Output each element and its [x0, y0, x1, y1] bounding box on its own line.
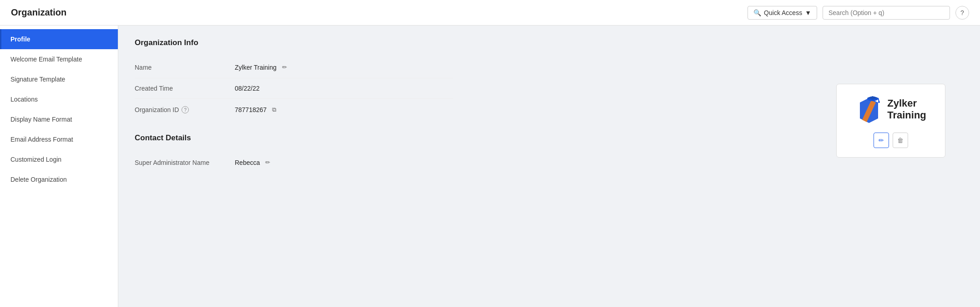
field-value-created-time: 08/22/22 [235, 85, 260, 92]
sidebar-item-label: Email Address Format [10, 136, 73, 143]
org-id-value: 787718267 [235, 106, 267, 113]
org-info-title: Organization Info [135, 38, 964, 47]
main-layout: Profile Welcome Email Template Signature… [0, 26, 980, 307]
chevron-down-icon: ▼ [805, 9, 811, 16]
sidebar-item-signature-template[interactable]: Signature Template [0, 69, 118, 89]
table-row: Organization ID ? 787718267 ⧉ [135, 99, 453, 121]
field-value-name: Zylker Training ✏ [235, 63, 289, 72]
logo-display: Zylker Training [855, 93, 926, 125]
header-right: 🔍 Quick Access ▼ ? [748, 6, 969, 20]
sidebar-item-locations[interactable]: Locations [0, 89, 118, 109]
app-container: Organization 🔍 Quick Access ▼ ? Profile … [0, 0, 980, 307]
sidebar-item-label: Delete Organization [10, 176, 67, 183]
sidebar-item-label: Display Name Format [10, 116, 72, 123]
content-wrapper: Organization Info Name Zylker Training ✏ [135, 38, 964, 173]
super-admin-value: Rebecca [235, 159, 260, 166]
field-label-created-time: Created Time [135, 85, 235, 92]
edit-super-admin-button[interactable]: ✏ [263, 158, 272, 167]
help-icon: ? [960, 9, 964, 16]
help-button[interactable]: ? [955, 6, 969, 20]
field-label-name: Name [135, 64, 235, 71]
logo-card: Zylker Training ✏ 🗑 [836, 84, 945, 158]
logo-actions: ✏ 🗑 [874, 133, 908, 148]
field-value-org-id: 787718267 ⧉ [235, 105, 278, 114]
sidebar-item-email-address-format[interactable]: Email Address Format [0, 129, 118, 149]
field-label-org-id: Organization ID ? [135, 106, 235, 113]
sidebar-item-label: Customized Login [10, 156, 61, 163]
sidebar-item-label: Locations [10, 96, 38, 103]
sidebar-item-display-name-format[interactable]: Display Name Format [0, 109, 118, 129]
header: Organization 🔍 Quick Access ▼ ? [0, 0, 980, 26]
contact-info-table: Super Administrator Name Rebecca ✏ [135, 152, 453, 173]
quick-access-label: Quick Access [764, 9, 802, 16]
logo-name-line1: Zylker [887, 97, 926, 109]
sidebar-item-customized-login[interactable]: Customized Login [0, 149, 118, 169]
search-input[interactable] [828, 9, 944, 16]
sidebar-item-welcome-email-template[interactable]: Welcome Email Template [0, 49, 118, 69]
name-value: Zylker Training [235, 64, 277, 71]
sidebar: Profile Welcome Email Template Signature… [0, 26, 118, 307]
edit-logo-button[interactable]: ✏ [874, 133, 889, 148]
field-label-super-admin: Super Administrator Name [135, 159, 235, 166]
svg-point-6 [878, 101, 880, 103]
page-title: Organization [11, 7, 66, 18]
sidebar-item-label: Welcome Email Template [10, 56, 82, 63]
created-time-value: 08/22/22 [235, 85, 260, 92]
trash-icon: 🗑 [897, 137, 904, 144]
svg-line-5 [878, 98, 879, 102]
logo-org-name: Zylker Training [887, 97, 926, 122]
sidebar-item-delete-organization[interactable]: Delete Organization [0, 169, 118, 189]
copy-org-id-button[interactable]: ⧉ [270, 105, 278, 114]
table-row: Name Zylker Training ✏ [135, 56, 453, 78]
table-row: Super Administrator Name Rebecca ✏ [135, 152, 453, 173]
sidebar-item-label: Profile [10, 36, 30, 43]
edit-icon: ✏ [879, 137, 884, 144]
edit-name-button[interactable]: ✏ [280, 63, 289, 72]
logo-name-line2: Training [887, 109, 926, 121]
search-icon: 🔍 [753, 9, 761, 16]
org-info-table: Name Zylker Training ✏ Created Time [135, 56, 453, 121]
sidebar-item-label: Signature Template [10, 76, 65, 83]
content-area: Organization Info Name Zylker Training ✏ [118, 26, 980, 307]
org-id-help-icon[interactable]: ? [182, 106, 189, 113]
sidebar-item-profile[interactable]: Profile [0, 29, 118, 49]
field-value-super-admin: Rebecca ✏ [235, 158, 272, 167]
quick-access-button[interactable]: 🔍 Quick Access ▼ [748, 6, 817, 20]
zylker-logo-svg [855, 93, 883, 125]
table-row: Created Time 08/22/22 [135, 78, 453, 99]
delete-logo-button[interactable]: 🗑 [893, 133, 908, 148]
search-box [823, 6, 950, 20]
